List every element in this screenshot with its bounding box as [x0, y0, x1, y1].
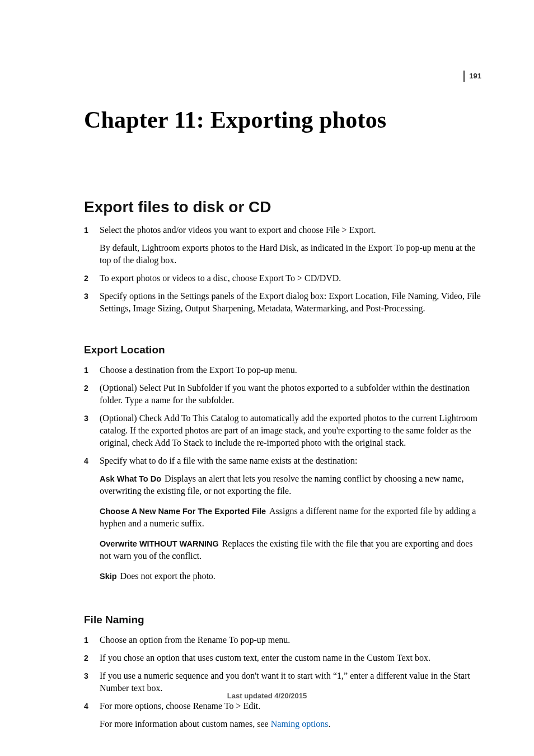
- definition-item: Choose A New Name For The Exported FileA…: [100, 505, 484, 530]
- list-item: 4 Specify what to do if a file with the …: [84, 455, 484, 473]
- step-number: 3: [84, 670, 88, 682]
- step-text: (Optional) Select Put In Subfolder if yo…: [100, 382, 484, 407]
- step-number: 4: [84, 455, 88, 467]
- list-item: 1 Select the photos and/or videos you wa…: [84, 224, 484, 272]
- step-number: 3: [84, 412, 88, 424]
- step-number: 2: [84, 382, 88, 394]
- step-text: By default, Lightroom exports photos to …: [100, 242, 484, 267]
- text-run: .: [328, 719, 330, 729]
- step-number: 1: [84, 364, 88, 376]
- list-item: 3 Specify options in the Settings panels…: [84, 290, 484, 320]
- list-item: 1 Choose a destination from the Export T…: [84, 364, 484, 382]
- step-text: To export photos or videos to a disc, ch…: [100, 272, 484, 284]
- subsection-title-export-location: Export Location: [84, 320, 484, 356]
- step-number: 3: [84, 290, 88, 302]
- step-number: 2: [84, 272, 88, 284]
- chapter-title: Chapter 11: Exporting photos: [84, 0, 484, 133]
- section-title: Export files to disk or CD: [84, 133, 484, 216]
- definition-item: SkipDoes not export the photo.: [100, 570, 484, 582]
- definition-item: Ask What To DoDisplays an alert that let…: [100, 473, 484, 497]
- step-text: If you use a numeric sequence and you do…: [100, 670, 484, 694]
- subsection-title-file-naming: File Naming: [84, 590, 484, 626]
- step-text: For more information about custom names,…: [100, 718, 484, 730]
- step-number: 2: [84, 652, 88, 664]
- step-text: Choose an option from the Rename To pop-…: [100, 634, 484, 646]
- step-text: (Optional) Check Add To This Catalog to …: [100, 412, 484, 449]
- step-text: For more options, choose Rename To > Edi…: [100, 700, 484, 712]
- list-item: 2 If you chose an option that uses custo…: [84, 652, 484, 670]
- list-item: 2 To export photos or videos to a disc, …: [84, 272, 484, 290]
- step-text: Select the photos and/or videos you want…: [100, 224, 484, 236]
- step-number: 4: [84, 700, 88, 712]
- text-run: For more information about custom names,…: [100, 719, 271, 729]
- link-naming-options[interactable]: Naming options: [271, 719, 329, 729]
- list-item: 3 (Optional) Check Add To This Catalog t…: [84, 412, 484, 455]
- document-page: 191 Chapter 11: Exporting photos Export …: [0, 0, 534, 756]
- file-naming-steps: 1 Choose an option from the Rename To po…: [84, 626, 484, 736]
- definition-term: Choose A New Name For The Exported File: [100, 507, 266, 516]
- section-steps: 1 Select the photos and/or videos you wa…: [84, 216, 484, 320]
- list-item: 1 Choose an option from the Rename To po…: [84, 634, 484, 652]
- page-number: 191: [463, 71, 481, 82]
- definition-term: Overwrite WITHOUT WARNING: [100, 539, 219, 548]
- step-text: If you chose an option that uses custom …: [100, 652, 484, 664]
- definitions: Ask What To DoDisplays an alert that let…: [84, 473, 484, 582]
- definition-desc: Does not export the photo.: [120, 571, 216, 581]
- definition-item: Overwrite WITHOUT WARNINGReplaces the ex…: [100, 538, 484, 562]
- step-number: 1: [84, 634, 88, 646]
- definition-term: Ask What To Do: [100, 474, 161, 483]
- page-footer: Last updated 4/20/2015: [0, 692, 534, 700]
- export-location-steps: 1 Choose a destination from the Export T…: [84, 356, 484, 473]
- list-item: 2 (Optional) Select Put In Subfolder if …: [84, 382, 484, 412]
- definition-term: Skip: [100, 572, 117, 581]
- step-text: Choose a destination from the Export To …: [100, 364, 484, 376]
- list-item: 4 For more options, choose Rename To > E…: [84, 700, 484, 736]
- step-number: 1: [84, 224, 88, 236]
- step-text: Specify what to do if a file with the sa…: [100, 455, 484, 467]
- step-text: Specify options in the Settings panels o…: [100, 290, 484, 315]
